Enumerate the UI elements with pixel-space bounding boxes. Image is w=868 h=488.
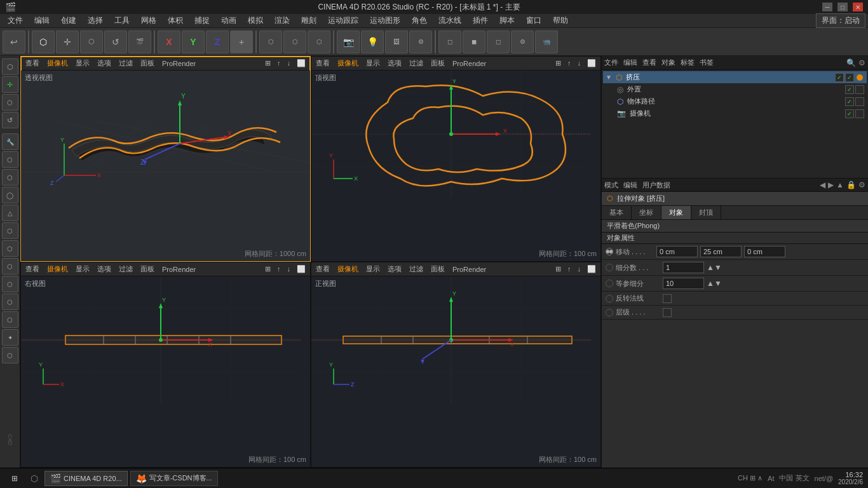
tree-item-outer[interactable]: ◎ 外置 ✓	[603, 83, 867, 95]
props-move-z[interactable]	[744, 246, 785, 257]
props-subdiv-input[interactable]	[663, 262, 704, 273]
vp-t-controls[interactable]: ⊞↑↓⬜	[553, 58, 598, 68]
undo-button[interactable]: ↩	[3, 30, 25, 53]
props-hierarchy-check[interactable]	[663, 308, 672, 317]
taskview-button[interactable]: ⬡	[27, 470, 42, 487]
light-btn[interactable]: 💡	[361, 30, 384, 53]
anim-btn-3[interactable]: ◻	[487, 30, 510, 53]
lp-scale[interactable]: ⬡	[2, 94, 18, 111]
menu-snap[interactable]: 捕捉	[189, 14, 215, 27]
vp-f-prorender[interactable]: ProRender	[451, 265, 488, 274]
vp-r-view[interactable]: 查看	[24, 264, 41, 274]
check2[interactable]: ✓	[845, 73, 854, 82]
props-tab-cap[interactable]: 封顶	[691, 206, 721, 219]
render-settings[interactable]: ⚙	[409, 30, 432, 53]
lp-tool3[interactable]: ⬡	[2, 169, 18, 186]
lp-tool7[interactable]: ⬡	[2, 240, 18, 257]
menu-window[interactable]: 窗口	[521, 14, 546, 27]
lp-select[interactable]: ⬡	[2, 58, 18, 75]
camera-tool[interactable]: 📷	[337, 30, 360, 53]
menu-script[interactable]: 脚本	[494, 14, 520, 27]
anim-btn-4[interactable]: ⚙	[511, 30, 534, 53]
props-prev-icon[interactable]: ◀	[820, 180, 825, 189]
pcheck1[interactable]: ✓	[845, 97, 854, 106]
menu-volume[interactable]: 体积	[163, 14, 188, 27]
vp-r-controls[interactable]: ⊞↑↓⬜	[263, 264, 308, 274]
vp-t-options[interactable]: 选项	[386, 58, 403, 69]
lp-tool10[interactable]: ⬡	[2, 294, 18, 310]
lp-tool11[interactable]: ⬡	[2, 311, 18, 328]
props-tab-basic[interactable]: 基本	[602, 206, 632, 219]
pcheck2[interactable]	[855, 97, 864, 106]
lp-tool2[interactable]: ⬡	[2, 151, 18, 168]
rotate-tool[interactable]: ↺	[104, 30, 127, 53]
window-controls[interactable]: ─ □ ✕	[822, 3, 863, 11]
lp-tool5[interactable]: △	[2, 205, 18, 221]
props-flipnorm-radio[interactable]	[606, 295, 613, 302]
edges-mode[interactable]: ⬡	[283, 30, 306, 53]
vp-t-prorender[interactable]: ProRender	[451, 59, 488, 68]
poly-mode[interactable]: ⬡	[308, 30, 330, 53]
props-edit[interactable]: 编辑	[623, 180, 637, 190]
vp-p-controls[interactable]: ⊞↑↓⬜	[263, 58, 308, 68]
props-flipnorm-check[interactable]	[663, 294, 672, 303]
props-move-radio[interactable]	[606, 248, 613, 255]
tree-item-camera[interactable]: 📷 摄像机 ✓	[603, 107, 867, 119]
menu-create[interactable]: 创建	[56, 14, 81, 27]
clock[interactable]: 16:32 2020/2/6	[838, 471, 863, 485]
menu-tools[interactable]: 工具	[109, 14, 135, 27]
ocheck1[interactable]: ✓	[845, 85, 854, 94]
props-next-icon[interactable]: ▶	[828, 180, 834, 189]
props-subdiv-radio[interactable]	[606, 264, 613, 271]
vp-f-panel[interactable]: 面板	[429, 264, 447, 274]
lp-tool4[interactable]: ◯	[2, 187, 18, 203]
props-move-x[interactable]	[656, 246, 698, 257]
close-button[interactable]: ✕	[853, 3, 863, 11]
vp-r-display[interactable]: 显示	[74, 264, 92, 274]
om-edit[interactable]: 编辑	[623, 58, 637, 67]
lp-tool8[interactable]: ⬡	[2, 258, 18, 274]
props-iso-radio[interactable]	[606, 280, 613, 287]
menu-sculpt[interactable]: 雕刻	[296, 14, 322, 27]
om-search-icon[interactable]: 🔍	[846, 58, 856, 67]
menu-select[interactable]: 选择	[83, 14, 108, 27]
om-bookmarks[interactable]: 书签	[700, 58, 714, 67]
props-iso-spinner[interactable]: ▲▼	[707, 279, 722, 288]
ccheck2[interactable]	[855, 109, 864, 118]
vp-r-camera[interactable]: 摄像机	[45, 264, 70, 274]
vp-t-display[interactable]: 显示	[364, 58, 382, 69]
menu-animate[interactable]: 动画	[216, 14, 241, 27]
props-mode[interactable]: 模式	[604, 180, 618, 190]
vp-f-filter[interactable]: 过滤	[407, 264, 425, 274]
menu-motiontrack[interactable]: 运动跟踪	[323, 14, 363, 27]
props-iso-input[interactable]	[663, 278, 704, 289]
viewport-front[interactable]: 查看 摄像机 显示 选项 过滤 面板 ProRender ⊞↑↓⬜ 正视图	[311, 262, 601, 468]
vp-t-panel[interactable]: 面板	[429, 58, 447, 69]
taskbar-c4d[interactable]: 🎬 CINEMA 4D R20...	[44, 471, 128, 486]
props-hierarchy-radio[interactable]	[606, 309, 613, 316]
lp-rotate[interactable]: ↺	[2, 112, 18, 128]
render-region[interactable]: 🎬	[128, 30, 151, 53]
vp-p-filter[interactable]: 过滤	[117, 58, 135, 69]
vp-perspective-content[interactable]: 透视视图	[21, 71, 310, 261]
props-subdiv-spinner[interactable]: ▲▼	[707, 263, 722, 272]
vp-t-filter[interactable]: 过滤	[407, 58, 425, 69]
menu-file[interactable]: 文件	[3, 14, 28, 27]
lp-tool13[interactable]: ⬡	[2, 347, 18, 363]
anim-btn-1[interactable]: ◻	[438, 30, 461, 53]
start-button[interactable]: ⊞	[5, 470, 24, 487]
vp-f-view[interactable]: 查看	[314, 264, 332, 274]
viewport-top[interactable]: 查看 摄像机 显示 选项 过滤 面板 ProRender ⊞↑↓⬜ 顶视图	[311, 56, 601, 262]
lp-tool9[interactable]: ⬡	[2, 276, 18, 292]
render-btn[interactable]: 🖼	[385, 30, 408, 53]
interface-label[interactable]: 界面：启动	[816, 13, 865, 28]
scale-tool[interactable]: ⬡	[80, 30, 103, 53]
menu-character[interactable]: 角色	[407, 14, 432, 27]
axis-all-button[interactable]: +	[230, 30, 253, 53]
interface-selector[interactable]: 界面：启动	[816, 13, 865, 28]
viewport-right[interactable]: 查看 摄像机 显示 选项 过滤 面板 ProRender ⊞↑↓⬜ 右视图	[20, 262, 311, 468]
menu-help[interactable]: 帮助	[548, 14, 573, 27]
props-settings-icon[interactable]: ⚙	[858, 180, 865, 189]
vp-r-prorender[interactable]: ProRender	[160, 265, 198, 274]
props-up-icon[interactable]: ▲	[836, 180, 844, 189]
